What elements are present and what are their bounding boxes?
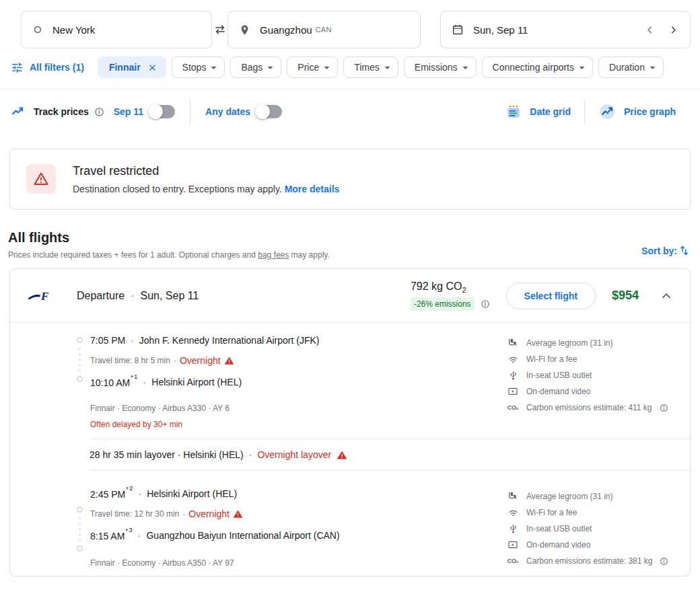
swap-button[interactable] [212,23,228,36]
price-graph-button[interactable]: Price graph [585,103,689,120]
amenity-wifi: Wi-Fi for a fee [507,351,679,367]
amenity-video: On-demand video [507,383,679,400]
amenity-usb: In-seat USB outlet [507,367,679,383]
departure-row: 2:45 PM+2 · Helsinki Airport (HEL) [90,487,507,500]
arrival-airport: Guangzhou Baiyun International Airport (… [146,530,339,541]
search-bar: New York Guangzhou CAN Sun, Sep 11 [21,11,691,48]
any-dates-toggle[interactable] [257,105,282,118]
overnight-layover-warning: Overnight layover [257,449,331,460]
amenity-wifi: Wi-Fi for a fee [507,504,679,521]
remove-filter-button[interactable] [147,63,158,73]
layover-row: 28 hr 35 min layover · Helsinki (HEL) · … [90,439,690,471]
emissions-total: 792 kg CO [411,280,462,292]
destination-code: CAN [316,26,332,34]
date-field[interactable]: Sun, Sep 11 [440,11,691,48]
amenity-carbon: CO₂ Carbon emissions estimate: 381 kg [507,553,679,569]
chip-label: Connecting airports [493,62,574,73]
amenity-label: Wi-Fi for a fee [526,354,577,364]
chevron-down-icon [320,61,333,74]
date-grid-button[interactable]: Date grid [492,104,584,120]
more-details-link[interactable]: More details [285,184,340,194]
separator: · [131,290,134,302]
warning-triangle-icon [337,450,347,460]
amenity-label: Average legroom (31 in) [526,338,613,348]
flight-leg-2: 2:45 PM+2 · Helsinki Airport (HEL) Trave… [10,471,690,569]
chip-label: Times [354,62,380,73]
travel-time: Travel time: 12 hr 30 min [90,509,179,519]
emissions-info-icon[interactable] [481,299,490,309]
chip-connecting-airports[interactable]: Connecting airports [482,57,593,78]
arrival-time: 8:15 AM+3 [90,529,133,541]
carbon-info-icon[interactable] [660,557,668,566]
destination-value: Guangzhou [260,24,312,36]
amenity-video: On-demand video [507,537,679,553]
all-filters-button[interactable]: All filters (1) [11,61,84,74]
day-offset: +2 [125,484,133,492]
prev-date-button[interactable] [644,24,656,36]
chip-label: Stops [182,62,207,73]
departure-time-value: 2:45 PM [90,489,125,500]
chip-times[interactable]: Times [343,57,398,78]
chip-finnair[interactable]: Finnair [98,57,166,78]
origin-field[interactable]: New York [21,11,212,48]
track-prices-label: Track prices [34,106,89,117]
header-title: Departure [77,290,125,302]
chip-price[interactable]: Price [287,57,338,78]
co2-icon: CO₂ [507,404,519,411]
bag-fees-link[interactable]: bag fees [258,250,289,260]
departure-time: 2:45 PM+2 [90,488,133,500]
legroom-icon [507,338,519,348]
layover-text: 28 hr 35 min layover · Helsinki (HEL) [90,449,244,460]
chip-label: Duration [609,62,645,73]
track-date-toggle[interactable] [150,105,175,118]
amenities-list: Average legroom (31 in) Wi-Fi for a fee … [507,487,690,569]
price-graph-icon [598,103,616,120]
sort-by-button[interactable]: Sort by: [641,244,691,260]
travel-restricted-alert: Travel restricted Destination closed to … [9,149,691,210]
emissions-summary: 792 kg CO2 -26% emissions [411,280,490,311]
track-info-icon[interactable] [94,107,104,117]
amenity-legroom: Average legroom (31 in) [507,335,679,351]
chevron-down-icon [207,61,220,74]
arrival-airport: Helsinki Airport (HEL) [151,377,242,387]
arrival-row: 10:10 AM+1 · Helsinki Airport (HEL) [90,375,507,389]
divider [190,99,190,124]
trending-icon [11,104,26,119]
destination-field[interactable]: Guangzhou CAN [228,11,421,48]
price-disclaimer: Prices include required taxes + fees for… [8,250,330,260]
collapse-button[interactable] [659,289,674,303]
separator: · [131,335,134,346]
chip-duration[interactable]: Duration [598,57,664,78]
chip-bags[interactable]: Bags [230,57,281,78]
overnight-warning: Overnight [188,509,230,519]
flight-leg-1: 7:05 PM · John F. Kennedy International … [10,334,690,430]
amenity-label: Wi-Fi for a fee [526,508,577,517]
separator: · [182,509,185,519]
flight-result-card: F Departure · Sun, Sep 11 792 kg CO2 -26… [9,268,691,576]
travel-time: Travel time: 8 hr 5 min [90,356,170,365]
separator: · [174,356,176,365]
header-date: Sun, Sep 11 [140,290,199,302]
select-flight-button[interactable]: Select flight [506,283,596,309]
date-grid-label: Date grid [530,106,571,117]
chip-stops[interactable]: Stops [172,57,225,78]
sort-icon [678,244,691,257]
all-flights-heading: All flights [8,230,330,246]
flight-meta: Finnair · Economy · Airbus A350 · AY 97 [90,558,507,569]
chip-emissions[interactable]: Emissions [404,57,477,78]
carbon-info-icon[interactable] [660,404,668,412]
arrival-row: 8:15 AM+3 · Guangzhou Baiyun Internation… [90,529,507,542]
arrival-time: 10:10 AM+1 [90,376,138,388]
chevron-down-icon [381,61,394,74]
emissions-badge: -26% emissions [411,297,475,311]
track-prices-bar: Track prices Sep 11 Any dates Date grid … [0,89,700,134]
separator: · [249,449,252,460]
date-grid-icon [505,104,522,120]
track-date-label: Sep 11 [114,106,143,117]
results-header: All flights Prices include required taxe… [8,230,691,260]
video-icon [507,539,519,550]
carbon-estimate-label: Carbon emissions estimate: 381 kg [526,556,652,566]
next-date-button[interactable] [668,24,679,36]
flight-card-header[interactable]: F Departure · Sun, Sep 11 792 kg CO2 -26… [10,269,690,323]
separator: · [138,530,141,541]
